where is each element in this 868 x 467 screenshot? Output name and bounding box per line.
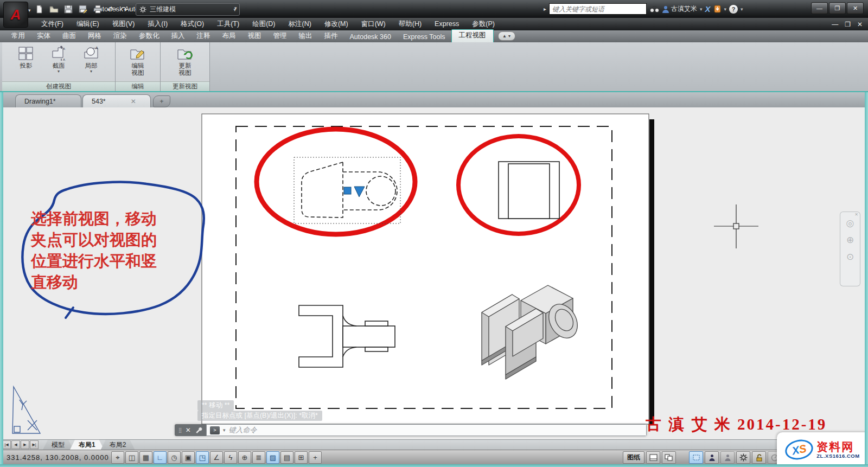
status-toggle-ortho-mode[interactable]: ∟ [154,451,167,464]
ribbon-tab-plugins[interactable]: 插件 [318,30,344,42]
command-recent-dropdown-icon[interactable]: ▾ [223,427,226,433]
help-dropdown-icon[interactable]: ▾ [741,7,743,12]
menu-item-window[interactable]: 窗口(W) [355,18,392,30]
search-binoculars-icon[interactable] [649,5,660,13]
workspace-switching-button[interactable] [736,451,750,464]
signin-user[interactable]: 古滇艾米 [662,4,697,14]
status-toggle-3d-object-snap[interactable]: ◳ [196,451,209,464]
status-toggle-quick-properties[interactable]: ▤ [280,451,293,464]
update-view-button[interactable]: 更新 视图 [169,44,201,76]
menu-item-insert[interactable]: 插入(I) [141,18,174,30]
layout1-tab[interactable]: 布局1 [70,440,104,450]
ribbon-tab-drawing-views[interactable]: 工程视图 [451,29,494,42]
layout-last-button[interactable]: ▶| [30,440,39,449]
pan-icon[interactable]: ⊕ [846,235,854,245]
status-toggle-grid-display[interactable]: ▦ [139,451,152,464]
ribbon-minimize-button[interactable]: ▲▾ [498,31,515,41]
detail-view-button[interactable]: A 局部 ▾ [75,44,107,74]
ribbon-tab-home[interactable]: 常用 [5,30,31,42]
command-input-field[interactable]: > ▾ 键入命令 [206,424,647,436]
undo-icon[interactable]: ↶ [107,5,114,14]
help-icon[interactable]: ? [729,5,738,14]
doc-minimize-icon[interactable]: — [832,21,838,28]
section-dropdown-icon[interactable]: ▾ [58,69,60,74]
ribbon-tab-manage[interactable]: 管理 [267,30,293,42]
status-toggle-annotation-monitor[interactable]: + [309,451,322,464]
application-menu-caret-icon[interactable]: ▾ [28,8,31,13]
ribbon-tab-view[interactable]: 视图 [242,30,267,42]
status-toggle-object-snap[interactable]: ▣ [182,451,195,464]
model-tab[interactable]: 模型 [43,440,73,450]
workspace-switcher[interactable]: 三维建模 ▾ [136,3,240,16]
annotation-autoscale-button[interactable] [720,451,735,464]
infocenter-expand-icon[interactable]: ▸ [544,6,546,12]
quick-view-layouts-button[interactable] [646,451,660,464]
ribbon-tab-parametric[interactable]: 参数化 [133,30,165,42]
layout-first-button[interactable]: |◀ [2,440,11,449]
status-toggle-selection-cycling[interactable]: ⊞ [295,451,308,464]
layout2-tab[interactable]: 布局2 [101,440,135,450]
new-file-icon[interactable] [34,4,44,15]
status-toggle-infer-constraints[interactable]: ⌖ [111,451,124,464]
quick-view-drawings-button[interactable] [662,451,676,464]
file-tab-543[interactable]: 543* ✕ [82,94,151,107]
navbar-close-icon[interactable]: ✕ [854,213,858,217]
status-toggle-dynamic-ucs[interactable]: ϟ [224,451,237,464]
ribbon-tab-solid[interactable]: 实体 [31,30,56,42]
restore-button[interactable]: ❐ [829,2,846,14]
menu-item-file[interactable]: 文件(F) [35,18,70,30]
layout-next-button[interactable]: ▶ [21,440,29,449]
file-tab-close-icon[interactable]: ✕ [131,98,136,105]
ribbon-tab-mesh[interactable]: 网格 [82,30,107,42]
edit-view-button[interactable]: 编辑 视图 [122,44,154,76]
undo-dropdown-icon[interactable]: ▾ [115,7,117,12]
annotation-visibility-button[interactable] [705,451,719,464]
apps-dropdown-icon[interactable]: ▾ [724,7,727,12]
download-apps-icon[interactable] [713,5,722,13]
menu-item-modify[interactable]: 修改(M) [318,18,355,30]
command-prompt-icon[interactable]: > [210,426,220,434]
steering-wheel-icon[interactable]: ◎ [846,219,854,228]
menu-item-edit[interactable]: 编辑(E) [70,18,106,30]
menu-item-tools[interactable]: 工具(T) [210,18,246,30]
redo-dropdown-icon[interactable]: ▾ [129,7,131,12]
open-file-icon[interactable] [48,4,59,15]
file-tab-drawing1[interactable]: Drawing1* [15,94,81,107]
menu-item-help[interactable]: 帮助(H) [392,18,428,30]
coordinate-display[interactable]: 331.4258, 130.2008, 0.0000 [7,453,109,462]
menu-item-draw[interactable]: 绘图(D) [246,18,282,30]
save-icon[interactable] [63,4,74,15]
ribbon-tab-express-tools[interactable]: Express Tools [397,31,451,42]
autodesk-exchange-icon[interactable]: X [705,4,711,14]
status-toggle-polar-tracking[interactable]: ◷ [168,451,181,464]
ribbon-tab-output[interactable]: 输出 [293,30,318,42]
status-toggle-snap-mode[interactable]: ◫ [125,451,138,464]
status-toggle-dynamic-input[interactable]: ⊕ [238,451,251,464]
menu-item-express[interactable]: Express [428,18,465,30]
plot-icon[interactable] [92,4,103,15]
doc-restore-icon[interactable]: ❐ [845,21,851,28]
status-toggle-lineweight[interactable]: ≣ [252,451,265,464]
ribbon-tab-render[interactable]: 渲染 [107,30,133,42]
command-close-icon[interactable]: ✕ [186,426,191,434]
ribbon-tab-layout[interactable]: 布局 [216,30,242,42]
paper-space-button[interactable]: 图纸 [623,451,644,464]
user-dropdown-icon[interactable]: ▾ [700,7,703,12]
doc-close-icon[interactable]: ✕ [857,21,863,28]
qat-customize-icon[interactable]: ▾ [234,5,237,11]
close-button[interactable]: ✕ [847,2,864,14]
toolbar-lock-button[interactable] [752,451,766,464]
command-line[interactable]: ⣿ ✕ > ▾ 键入命令 [175,424,647,436]
status-toggle-object-snap-tracking[interactable]: ∠ [210,451,223,464]
ribbon-tab-annotate[interactable]: 注释 [191,30,216,42]
layout-prev-button[interactable]: ◀ [11,440,20,449]
command-drag-grip[interactable]: ⣿ [178,427,182,433]
section-view-button[interactable]: AA 截面 ▾ [43,44,74,74]
navigation-bar[interactable]: ✕ ◎ ⊕ ⊙ [840,212,860,286]
menu-item-format[interactable]: 格式(O) [174,18,210,30]
ribbon-tab-surface[interactable]: 曲面 [56,30,82,42]
ribbon-tab-autodesk360[interactable]: Autodesk 360 [344,31,397,42]
redo-icon[interactable]: ↷ [121,5,128,14]
status-toggle-transparency[interactable]: ▨ [266,451,279,464]
zoom-icon[interactable]: ⊙ [846,252,854,261]
